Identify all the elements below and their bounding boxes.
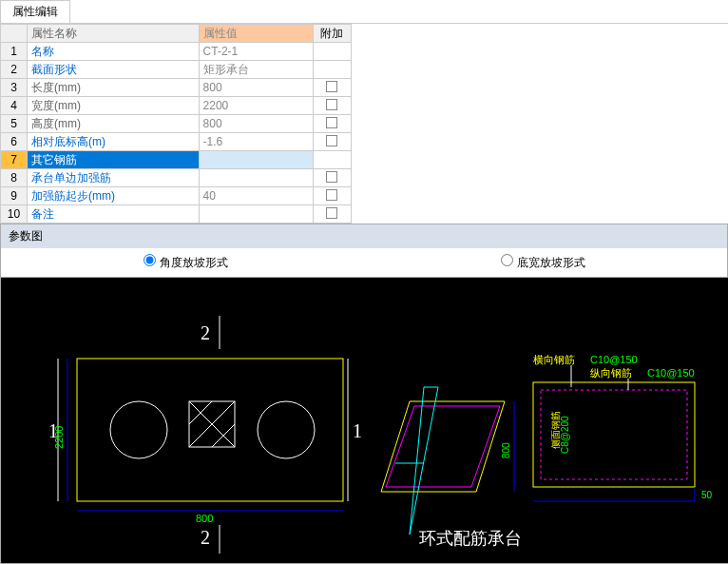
radio-width-slope-input[interactable] [501, 254, 513, 266]
checkbox[interactable] [326, 135, 337, 146]
row-number: 5 [1, 115, 28, 133]
cell-value[interactable] [199, 205, 313, 224]
cell-name[interactable]: 高度(mm) [28, 115, 199, 133]
col-header-rownum [1, 25, 28, 43]
cell-value[interactable]: -1.6 [199, 133, 313, 151]
row-number: 9 [1, 187, 28, 205]
lbl-horizontal-v: C10@150 [590, 354, 638, 365]
cell-name[interactable]: 截面形状 [28, 61, 199, 79]
lbl-side-v: C8@200 [560, 416, 570, 454]
dim-1-right: 1 [353, 420, 362, 441]
checkbox[interactable] [326, 117, 337, 128]
row-number: 3 [1, 79, 28, 97]
cell-value[interactable] [199, 169, 313, 187]
radio-width-slope[interactable]: 底宽放坡形式 [364, 254, 721, 271]
cell-name[interactable]: 其它钢筋 [28, 151, 199, 169]
cell-value[interactable]: 2200 [199, 97, 313, 115]
dim-50: 50 [701, 490, 713, 500]
cell-value[interactable]: 800 [199, 79, 313, 97]
dim-2200-left: 2200 [53, 426, 65, 449]
cell-add [313, 169, 351, 187]
cell-value[interactable]: 40 [199, 187, 313, 205]
row-number: 8 [1, 169, 28, 187]
cell-name[interactable]: 备注 [28, 205, 199, 224]
table-row[interactable]: 1名称CT-2-1 [1, 43, 352, 61]
cell-value[interactable]: CT-2-1 [199, 43, 313, 61]
col-header-add: 附加 [313, 25, 351, 43]
table-row[interactable]: 7其它钢筋 [1, 151, 352, 169]
lbl-horizontal: 横向钢筋 [533, 354, 575, 365]
parameter-diagram: 1 2200 1 2 2 800 800 环式配筋承台 横向钢筋 C10@150… [1, 278, 728, 563]
table-row[interactable]: 3长度(mm)800 [1, 79, 352, 97]
cell-add [313, 43, 351, 61]
dim-800-mid: 800 [501, 442, 511, 458]
property-table: 属性名称 属性值 附加 1名称CT-2-12截面形状矩形承台3长度(mm)800… [0, 24, 352, 224]
radio-width-slope-label: 底宽放坡形式 [517, 256, 585, 269]
radio-angle-slope-input[interactable] [144, 254, 156, 266]
cell-add [313, 79, 351, 97]
lbl-vertical-v: C10@150 [647, 367, 695, 379]
row-number: 1 [1, 43, 28, 61]
table-row[interactable]: 4宽度(mm)2200 [1, 97, 352, 115]
table-row[interactable]: 6相对底标高(m)-1.6 [1, 133, 352, 151]
cell-value[interactable] [199, 151, 313, 169]
cell-add [313, 187, 351, 205]
row-number: 2 [1, 61, 28, 79]
cell-add [313, 151, 351, 169]
checkbox[interactable] [326, 189, 337, 201]
table-row[interactable]: 8承台单边加强筋 [1, 169, 352, 187]
checkbox[interactable] [326, 99, 337, 110]
radio-angle-slope[interactable]: 角度放坡形式 [7, 254, 364, 271]
row-number: 7 [1, 151, 28, 169]
lbl-vertical: 纵向钢筋 [590, 367, 632, 379]
cell-name[interactable]: 承台单边加强筋 [28, 169, 199, 187]
table-row[interactable]: 5高度(mm)800 [1, 115, 352, 133]
table-row[interactable]: 10备注 [1, 205, 352, 224]
cell-name[interactable]: 相对底标高(m) [28, 133, 199, 151]
row-number: 4 [1, 97, 28, 115]
table-row[interactable]: 9加强筋起步(mm)40 [1, 187, 352, 205]
cell-add [313, 205, 351, 224]
cell-add [313, 115, 351, 133]
cell-value[interactable]: 矩形承台 [199, 61, 313, 79]
cell-name[interactable]: 名称 [28, 43, 199, 61]
checkbox[interactable] [326, 81, 337, 92]
table-row[interactable]: 2截面形状矩形承台 [1, 61, 352, 79]
cell-add [313, 61, 351, 79]
col-header-name: 属性名称 [28, 25, 199, 43]
svg-rect-0 [1, 278, 728, 563]
diagram-title: 环式配筋承台 [419, 529, 522, 548]
cell-value[interactable]: 800 [199, 115, 313, 133]
panel-title: 参数图 [1, 224, 727, 248]
col-header-value: 属性值 [199, 25, 313, 43]
row-number: 10 [1, 205, 28, 224]
cell-name[interactable]: 长度(mm) [28, 79, 199, 97]
cell-name[interactable]: 宽度(mm) [28, 97, 199, 115]
dim-800-bottom: 800 [196, 513, 213, 524]
dim-2-top: 2 [201, 322, 210, 343]
row-number: 6 [1, 133, 28, 151]
checkbox[interactable] [326, 171, 337, 183]
tab-property-edit[interactable]: 属性编辑 [0, 0, 70, 23]
dim-2-bot: 2 [201, 527, 210, 548]
cell-name[interactable]: 加强筋起步(mm) [28, 187, 199, 205]
checkbox[interactable] [326, 207, 337, 219]
radio-angle-slope-label: 角度放坡形式 [160, 256, 228, 269]
cell-add [313, 97, 351, 115]
cell-add [313, 133, 351, 151]
